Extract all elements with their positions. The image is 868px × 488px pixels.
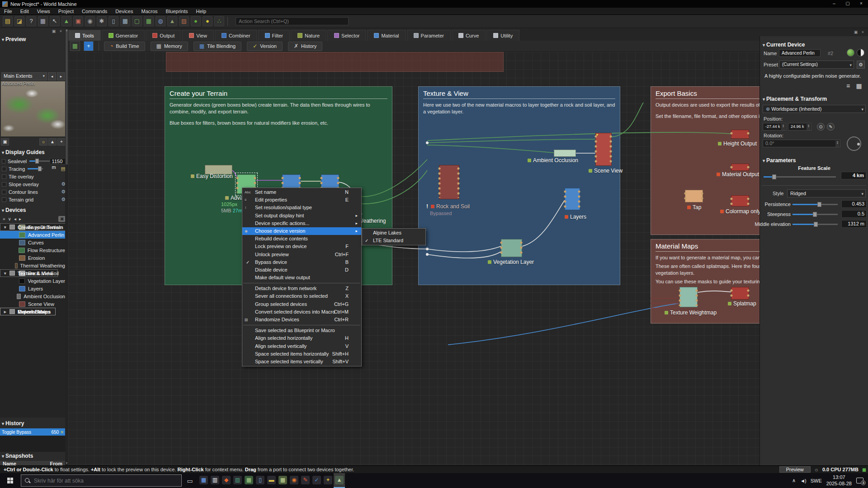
- submenu-item[interactable]: ✓ LTE Standard: [362, 237, 425, 244]
- feature-scale-value[interactable]: 4 km: [841, 172, 866, 179]
- node-vegetation-layer[interactable]: [501, 239, 522, 257]
- device-tree-row[interactable]: Vegetation Layer: [0, 277, 65, 285]
- edit-position-icon[interactable]: ✎: [827, 123, 835, 131]
- notification-icon[interactable]: 3: [856, 478, 863, 483]
- grid-settings-icon[interactable]: ▦: [855, 82, 863, 90]
- device-tree-row[interactable]: Curves: [0, 239, 65, 246]
- checkbox[interactable]: [2, 159, 5, 164]
- device-tree-row[interactable]: Ambient Occlusion: [0, 292, 65, 300]
- terrain-preview-3d[interactable]: Advanced Perlin: [1, 81, 66, 136]
- next-device-icon[interactable]: ▸: [19, 216, 21, 221]
- context-menu-item[interactable]: ✓ Bypass device B: [242, 258, 361, 266]
- render-view-icon[interactable]: ▲: [167, 16, 177, 26]
- placement-transform-header[interactable]: ▾Placement & Transform: [763, 96, 827, 102]
- spinner-icon[interactable]: ▴▾: [835, 141, 840, 147]
- tab[interactable]: Filter: [258, 30, 290, 41]
- tab[interactable]: Material: [367, 30, 406, 41]
- device-tree-row[interactable]: Thermal Weathering: [0, 262, 65, 269]
- preset-gear-icon[interactable]: ⚙: [857, 61, 865, 69]
- prev-device-icon[interactable]: ◂: [14, 216, 16, 221]
- tab[interactable]: Selector: [327, 30, 366, 41]
- preview-device-lock-icon[interactable]: ▣: [1, 138, 9, 145]
- task-view-icon[interactable]: ▭: [182, 477, 198, 484]
- node-material-output[interactable]: [731, 164, 749, 171]
- tab[interactable]: Curve: [452, 30, 486, 41]
- context-menu-item[interactable]: Device specific actions... ▸: [242, 220, 361, 227]
- tab[interactable]: Combiner: [215, 30, 257, 41]
- ribbon-button[interactable]: ✗ History: [288, 42, 322, 51]
- save-icon[interactable]: ▦: [38, 16, 48, 26]
- left-panel-scrollbar[interactable]: ▴ ▾: [65, 28, 68, 465]
- menu-item[interactable]: Help: [192, 9, 210, 14]
- checkbox[interactable]: [2, 190, 6, 194]
- context-menu-item[interactable]: ▧ Randomize Devices Ctrl+R: [242, 316, 361, 324]
- taskbar-app[interactable]: ✦: [322, 473, 334, 488]
- preview-section-header[interactable]: ▾Preview: [2, 36, 26, 42]
- contrast-icon[interactable]: [857, 49, 864, 56]
- context-menu-item[interactable]: Unlock preview Ctrl+F: [242, 251, 361, 258]
- parameter-value[interactable]: 1312 m: [841, 220, 867, 228]
- lighting-icon[interactable]: ☼: [39, 138, 47, 145]
- context-menu-item[interactable]: Set output display hint ▸: [242, 212, 361, 220]
- context-menu-item[interactable]: Save selected as Blueprint or Macro: [242, 327, 361, 334]
- context-menu-item[interactable]: [242, 324, 361, 327]
- display-guide-row[interactable]: Terrain grid ⚙ ▤: [0, 196, 68, 203]
- context-menu-item[interactable]: Abc Set name N: [242, 188, 361, 196]
- select-arrow-icon[interactable]: ↖: [50, 16, 60, 26]
- panel-dock-icons[interactable]: ▣ ×: [854, 30, 865, 34]
- tab[interactable]: Parameter: [407, 30, 451, 41]
- menu-item[interactable]: Edit: [16, 9, 33, 14]
- checkbox[interactable]: [2, 167, 6, 171]
- context-menu-item[interactable]: Sever all connections to selected X: [242, 292, 361, 300]
- wire-anchor[interactable]: [426, 141, 429, 144]
- node-texture-weightmap[interactable]: [679, 287, 698, 307]
- prev-extent-button[interactable]: ◂: [48, 72, 56, 80]
- tab[interactable]: Utility: [486, 30, 519, 41]
- tab[interactable]: Generator: [102, 30, 145, 41]
- open-project-icon[interactable]: ◪: [14, 16, 24, 26]
- tab[interactable]: Nature: [291, 30, 326, 41]
- title-bar[interactable]: New Project* - World Machine – ▢ ×: [0, 0, 868, 8]
- ribbon-button[interactable]: ✓ Version: [247, 42, 283, 51]
- device-tree-row[interactable]: ▾ Create your Terrain: [0, 223, 65, 231]
- center-target-icon[interactable]: ⊙: [817, 123, 825, 131]
- position-x-field[interactable]: -27.44 k▴▾: [763, 123, 786, 131]
- tree-caret-icon[interactable]: ▾: [4, 225, 9, 230]
- ribbon-button[interactable]: ◔ Build Time: [104, 42, 145, 51]
- spinner-icon[interactable]: ▴▾: [807, 124, 811, 130]
- node-splatmap[interactable]: [731, 287, 749, 300]
- action-search-input[interactable]: [236, 17, 349, 25]
- node-layers[interactable]: [565, 188, 580, 210]
- context-menu-item[interactable]: [242, 282, 361, 285]
- sphere-green-icon[interactable]: ●: [191, 16, 201, 26]
- taskbar-app[interactable]: ▯: [255, 473, 266, 488]
- parameter-value[interactable]: 0.5: [841, 210, 867, 218]
- clock[interactable]: 13:072025-08-28: [826, 474, 852, 487]
- collapse-all-icon[interactable]: ∨: [8, 216, 11, 221]
- context-menu-item[interactable]: ◉ Choose device version ▸: [242, 227, 361, 235]
- axes-icon[interactable]: +: [57, 138, 66, 145]
- device-tree-row[interactable]: Scene View: [0, 300, 65, 308]
- device-tree-row[interactable]: Flow Restructure: [0, 246, 65, 254]
- position-y-field[interactable]: 24.96 k▴▾: [788, 123, 811, 131]
- context-menu-item[interactable]: Group selected devices Ctrl+G: [242, 300, 361, 308]
- display-guide-row[interactable]: Contour lines ⚙ ▤: [0, 188, 68, 196]
- tray-chevron-icon[interactable]: ∧: [792, 478, 796, 483]
- device-tree-row[interactable]: Erosion: [0, 254, 65, 262]
- scroll-up-icon[interactable]: ▴: [65, 28, 68, 33]
- menu-item[interactable]: Views: [33, 9, 54, 14]
- search-input[interactable]: [34, 478, 160, 484]
- guide-value[interactable]: 1150 m: [50, 158, 66, 164]
- help-icon[interactable]: ?: [26, 16, 36, 26]
- taskbar-app[interactable]: ✎: [300, 473, 311, 488]
- device-preview-icon[interactable]: ▣: [73, 16, 83, 26]
- parameter-slider[interactable]: [793, 224, 838, 225]
- tiled-build-icon[interactable]: ▦: [144, 16, 154, 26]
- submenu-item[interactable]: Alpine Lakes: [362, 229, 425, 237]
- taskbar-app[interactable]: ✓: [311, 473, 322, 488]
- taskbar-app[interactable]: ▦: [277, 473, 288, 488]
- add-device-button[interactable]: +: [84, 41, 94, 51]
- coordinate-space-dropdown[interactable]: ⊕ Worldspace (Inherited)▾: [763, 105, 866, 113]
- menu-item[interactable]: Devices: [111, 9, 137, 14]
- current-device-header[interactable]: ▾Current Device: [763, 42, 805, 48]
